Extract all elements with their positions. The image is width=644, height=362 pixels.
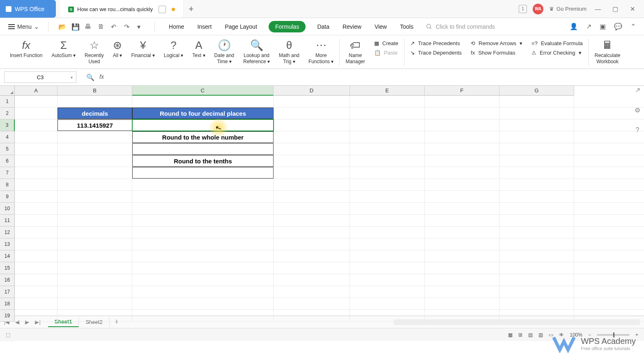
cell-F14[interactable] [425,250,499,262]
cell-D7[interactable] [274,167,350,179]
cell-B3[interactable]: 113.1415927 [58,119,132,131]
cell-F13[interactable] [425,238,499,250]
cell-F8[interactable] [425,179,499,190]
menu-button[interactable]: Menu ⌄ [4,21,43,32]
cell-D16[interactable] [274,274,350,286]
cell-A2[interactable] [15,108,58,119]
cell-B18[interactable] [58,298,132,309]
cell-E11[interactable] [350,215,425,226]
cell-E18[interactable] [350,298,425,309]
cell-C6[interactable]: Round to the tenths [132,155,274,167]
col-header-D[interactable]: D [274,86,350,96]
cell-F15[interactable] [425,262,499,274]
cell-A5[interactable] [15,143,58,155]
cell-G17[interactable] [499,286,574,298]
command-search[interactable]: Click to find commands [426,23,495,30]
cell-A3[interactable] [15,119,58,131]
cell-D18[interactable] [274,298,350,309]
side-help-icon[interactable]: ? [636,126,639,134]
view-icon-1[interactable]: ▦ [508,332,513,338]
row-header-14[interactable]: 14 [0,250,15,262]
cell-D15[interactable] [274,262,350,274]
document-tab[interactable]: S How can we rou...cimals quickly [60,0,184,18]
cell-A15[interactable] [15,262,58,274]
row-header-16[interactable]: 16 [0,274,15,286]
app-tab[interactable]: WPS Office [0,0,56,18]
trace-dependents-button[interactable]: ↘Trace Dependents [410,50,462,56]
cell-A13[interactable] [15,238,58,250]
tab-close-icon[interactable] [159,6,166,13]
cell-B17[interactable] [58,286,132,298]
recalculate-button[interactable]: 🖩 Recalculate Workbook [591,39,625,65]
cell-F2[interactable] [425,108,499,119]
cells-area[interactable]: decimalsRound to four decimal places113.… [15,96,644,316]
cell-A17[interactable] [15,286,58,298]
row-header-13[interactable]: 13 [0,238,15,250]
cell-C5[interactable] [132,143,274,155]
cell-F3[interactable] [425,119,499,131]
cell-A7[interactable] [15,167,58,179]
cell-C15[interactable] [132,262,274,274]
cell-D5[interactable] [274,143,350,155]
cell-C2[interactable]: Round to four decimal places [132,108,274,119]
cell-G13[interactable] [499,238,574,250]
logical-button[interactable]: ? Logical ▾ [160,39,187,59]
search-func-icon[interactable]: 🔍 [86,73,94,81]
cell-C11[interactable] [132,215,274,226]
cell-G9[interactable] [499,191,574,202]
cell-G10[interactable] [499,203,574,214]
cell-F6[interactable] [425,155,499,167]
cell-A11[interactable] [15,215,58,226]
cell-C1[interactable] [132,96,274,107]
cell-B4[interactable] [58,131,132,143]
cell-A4[interactable] [15,131,58,143]
lookup-reference-button[interactable]: 🔍 Lookup and Reference ▾ [239,39,274,65]
status-icon[interactable]: ⬚ [6,332,10,338]
cell-A10[interactable] [15,203,58,214]
cell-E12[interactable] [350,227,425,238]
insert-function-button[interactable]: fx Insert Function [6,39,46,59]
view-icon-2[interactable]: ⊞ [518,332,522,338]
cell-G8[interactable] [499,179,574,190]
date-time-button[interactable]: 🕐 Date and Time ▾ [210,39,239,65]
col-header-A[interactable]: A [15,86,58,96]
cell-D10[interactable] [274,203,350,214]
cell-F16[interactable] [425,274,499,286]
cell-A16[interactable] [15,274,58,286]
cell-D8[interactable] [274,179,350,190]
cell-D13[interactable] [274,238,350,250]
collapse-ribbon-icon[interactable]: ⌃ [630,23,636,30]
cell-E2[interactable] [350,108,425,119]
cell-A12[interactable] [15,227,58,238]
cell-F10[interactable] [425,203,499,214]
tab-view[interactable]: View [373,21,389,32]
cell-A14[interactable] [15,250,58,262]
cell-G14[interactable] [499,250,574,262]
maximize-button[interactable]: ▢ [610,3,621,15]
cell-C19[interactable] [132,310,274,321]
cell-G11[interactable] [499,215,574,226]
tab-formulas[interactable]: Formulas [269,21,306,32]
cell-F4[interactable] [425,131,499,143]
row-header-4[interactable]: 4 [0,131,15,143]
cell-G15[interactable] [499,262,574,274]
cell-E10[interactable] [350,203,425,214]
cell-B1[interactable] [58,96,132,107]
cell-C17[interactable] [132,286,274,298]
cell-C4[interactable]: Round to the whole number [132,131,274,143]
cell-D1[interactable] [274,96,350,107]
cell-A9[interactable] [15,191,58,202]
more-icon[interactable]: ▾ [137,23,145,30]
feedback-icon[interactable]: 💬 [614,23,622,30]
cell-G16[interactable] [499,274,574,286]
cell-B5[interactable] [58,143,132,155]
add-tab-button[interactable]: + [184,0,198,18]
cell-A19[interactable] [15,310,58,321]
tab-home[interactable]: Home [167,21,186,32]
paste-name-button[interactable]: 📋Paste [374,50,398,56]
col-header-E[interactable]: E [350,86,425,96]
close-button[interactable]: ✕ [627,3,638,15]
evaluate-formula-button[interactable]: =?Evaluate Formula [531,40,583,46]
side-settings-icon[interactable]: ⚙ [635,106,640,114]
row-header-6[interactable]: 6 [0,155,15,167]
